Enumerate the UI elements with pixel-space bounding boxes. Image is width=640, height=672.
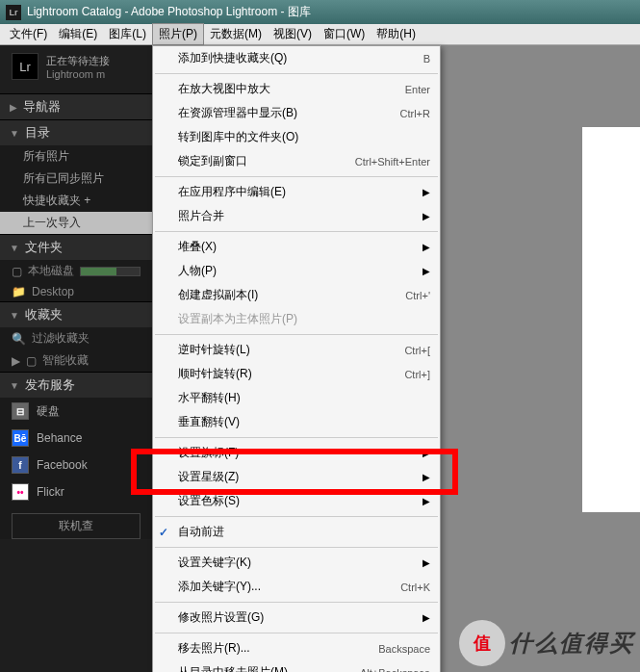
menu-item-12[interactable]: 创建虚拟副本(I)Ctrl+' <box>153 283 440 307</box>
panel-catalog[interactable]: ▼目录 <box>0 120 152 145</box>
menu-item-8[interactable]: 照片合并▶ <box>153 204 440 228</box>
watermark-text: 什么值得买 <box>509 628 634 659</box>
menu-item-label: 转到图库中的文件夹(O) <box>178 129 298 145</box>
menu-item-29[interactable]: 修改照片设置(G)▶ <box>153 606 440 630</box>
menu-photo[interactable]: 照片(P) <box>152 23 204 45</box>
folder-drive[interactable]: ▢本地磁盘 <box>0 260 152 282</box>
menu-metadata[interactable]: 元数据(M) <box>204 24 268 44</box>
catalog-synced-photos[interactable]: 所有已同步照片 <box>0 168 152 190</box>
submenu-arrow-icon: ▶ <box>422 496 430 506</box>
menu-item-label: 设置关键字(K) <box>178 555 251 571</box>
window-title: Lightroom Catalog - Adobe Photoshop Ligh… <box>27 4 311 20</box>
menu-item-label: 锁定到副窗口 <box>178 153 247 169</box>
menu-item-17[interactable]: 水平翻转(H) <box>153 386 440 410</box>
hdd-icon: ⊟ <box>12 402 29 420</box>
menu-item-5[interactable]: 锁定到副窗口Ctrl+Shift+Enter <box>153 149 440 173</box>
service-flickr[interactable]: ••Flickr <box>0 478 152 505</box>
menu-item-18[interactable]: 垂直翻转(V) <box>153 410 440 434</box>
menu-item-32[interactable]: 从目录中移去照片(M)Alt+Backspace <box>153 660 440 672</box>
submenu-arrow-icon: ▶ <box>422 187 430 197</box>
triangle-down-icon: ▼ <box>10 380 19 391</box>
submenu-arrow-icon: ▶ <box>422 242 430 252</box>
menu-item-24[interactable]: ✓自动前进 <box>153 520 440 544</box>
menu-shortcut: Ctrl+[ <box>404 345 430 356</box>
titlebar: Lr Lightroom Catalog - Adobe Photoshop L… <box>0 0 640 24</box>
catalog-quick-collection[interactable]: 快捷收藏夹 + <box>0 190 152 212</box>
menu-item-label: 从目录中移去照片(M) <box>178 664 288 672</box>
flickr-icon: •• <box>12 483 29 501</box>
watermark: 值 什么值得买 <box>453 614 640 672</box>
menu-item-4[interactable]: 转到图库中的文件夹(O) <box>153 125 440 149</box>
smart-collections[interactable]: ▶▢智能收藏 <box>0 349 152 372</box>
menu-item-31[interactable]: 移去照片(R)...Backspace <box>153 636 440 660</box>
service-harddrive[interactable]: ⊟硬盘 <box>0 398 152 425</box>
menu-help[interactable]: 帮助(H) <box>371 24 422 44</box>
menu-item-10[interactable]: 堆叠(X)▶ <box>153 235 440 259</box>
service-behance[interactable]: BēBehance <box>0 425 152 452</box>
menu-item-label: 设置星级(Z) <box>178 469 239 485</box>
filter-collections[interactable]: 🔍过滤收藏夹 <box>0 327 152 349</box>
check-icon: ✓ <box>159 526 168 539</box>
menu-view[interactable]: 视图(V) <box>268 24 318 44</box>
logo-box: Lr <box>12 53 38 80</box>
menu-item-20[interactable]: 设置旗标(F)▶ <box>153 441 440 465</box>
menu-window[interactable]: 窗口(W) <box>318 24 371 44</box>
menu-item-label: 设置旗标(F) <box>178 445 239 461</box>
menu-file[interactable]: 文件(F) <box>4 24 53 44</box>
menu-shortcut: Ctrl+] <box>404 369 430 380</box>
menu-item-11[interactable]: 人物(P)▶ <box>153 259 440 283</box>
menu-edit[interactable]: 编辑(E) <box>53 24 103 44</box>
menu-item-3[interactable]: 在资源管理器中显示(B)Ctrl+R <box>153 101 440 125</box>
menu-item-21[interactable]: 设置星级(Z)▶ <box>153 465 440 489</box>
menu-item-label: 创建虚拟副本(I) <box>178 287 258 303</box>
submenu-arrow-icon: ▶ <box>422 472 430 482</box>
triangle-down-icon: ▼ <box>10 243 19 253</box>
menu-shortcut: Alt+Backspace <box>360 667 430 673</box>
menu-separator <box>155 437 438 438</box>
menu-item-16[interactable]: 顺时针旋转(R)Ctrl+] <box>153 362 440 386</box>
triangle-down-icon: ▼ <box>10 310 19 321</box>
menu-item-label: 修改照片设置(G) <box>178 609 264 626</box>
photo-menu-dropdown: 添加到快捷收藏夹(Q)B在放大视图中放大Enter在资源管理器中显示(B)Ctr… <box>152 45 441 672</box>
menu-item-22[interactable]: 设置色标(S)▶ <box>153 489 440 513</box>
app-icon: Lr <box>6 5 21 20</box>
panel-publish[interactable]: ▼发布服务 <box>0 373 152 398</box>
menu-item-7[interactable]: 在应用程序中编辑(E)▶ <box>153 180 440 204</box>
catalog-all-photos[interactable]: 所有照片 <box>0 145 152 168</box>
menu-item-15[interactable]: 逆时针旋转(L)Ctrl+[ <box>153 338 440 362</box>
service-facebook[interactable]: fFacebook <box>0 452 152 478</box>
menu-item-label: 逆时针旋转(L) <box>178 342 250 358</box>
menu-item-label: 堆叠(X) <box>178 239 217 255</box>
triangle-right-icon: ▶ <box>10 102 17 113</box>
connect-button[interactable]: 联机查 <box>12 513 141 539</box>
behance-icon: Bē <box>12 429 29 447</box>
menu-item-label: 照片合并 <box>178 208 224 224</box>
menu-separator <box>155 176 438 177</box>
menu-item-label: 设置色标(S) <box>178 493 240 509</box>
menu-shortcut: B <box>423 53 430 65</box>
panel-folders[interactable]: ▼文件夹 <box>0 235 152 260</box>
menu-separator <box>155 334 438 335</box>
menu-separator <box>155 547 438 548</box>
menu-separator <box>155 516 438 517</box>
watermark-badge: 值 <box>459 620 505 666</box>
menu-item-0[interactable]: 添加到快捷收藏夹(Q)B <box>153 46 440 70</box>
menu-separator <box>155 633 438 633</box>
menu-item-27[interactable]: 添加关键字(Y)...Ctrl+K <box>153 575 440 599</box>
menu-item-label: 移去照片(R)... <box>178 640 250 657</box>
menu-item-label: 人物(P) <box>178 263 217 279</box>
catalog-previous-import[interactable]: 上一次导入 <box>0 212 152 234</box>
connection-status: 正在等待连接 <box>46 54 110 68</box>
menu-shortcut: Enter <box>405 84 430 95</box>
menu-item-label: 设置副本为主体照片(P) <box>178 311 297 327</box>
menu-item-label: 在应用程序中编辑(E) <box>178 184 286 200</box>
menu-item-2[interactable]: 在放大视图中放大Enter <box>153 77 440 101</box>
panel-navigator[interactable]: ▶导航器 <box>0 94 152 119</box>
menu-item-26[interactable]: 设置关键字(K)▶ <box>153 551 440 575</box>
menu-shortcut: Ctrl+R <box>400 108 430 119</box>
image-preview <box>582 127 640 512</box>
menu-library[interactable]: 图库(L) <box>103 24 152 44</box>
panel-collections[interactable]: ▼收藏夹 <box>0 302 152 327</box>
folder-icon: 📁 <box>12 285 26 298</box>
folder-desktop[interactable]: 📁Desktop <box>0 282 152 301</box>
